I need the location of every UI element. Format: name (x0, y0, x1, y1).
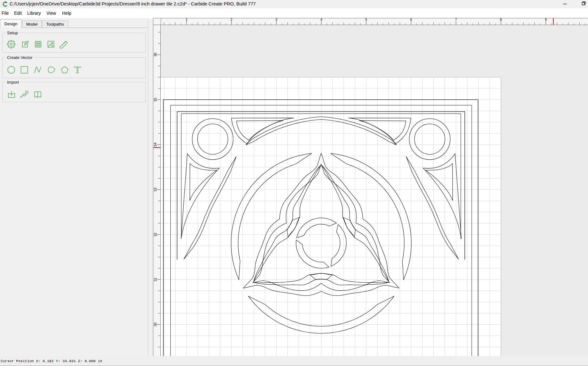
svg-text:3: 3 (275, 18, 277, 21)
svg-text:30: 30 (153, 322, 157, 326)
svg-text:32: 32 (153, 233, 157, 237)
svg-text:33: 33 (153, 187, 157, 191)
svg-text:7: 7 (455, 18, 457, 21)
svg-text:6: 6 (410, 18, 412, 21)
svg-text:1: 1 (186, 18, 188, 21)
svg-text:4: 4 (320, 18, 322, 21)
svg-text:36: 36 (153, 53, 157, 57)
svg-text:2: 2 (230, 18, 232, 21)
svg-text:5: 5 (365, 18, 367, 21)
svg-text:35: 35 (153, 98, 157, 102)
svg-text:8: 8 (500, 18, 502, 21)
svg-text:31: 31 (153, 278, 157, 281)
svg-text:9: 9 (545, 18, 547, 21)
svg-text:34: 34 (153, 143, 157, 146)
